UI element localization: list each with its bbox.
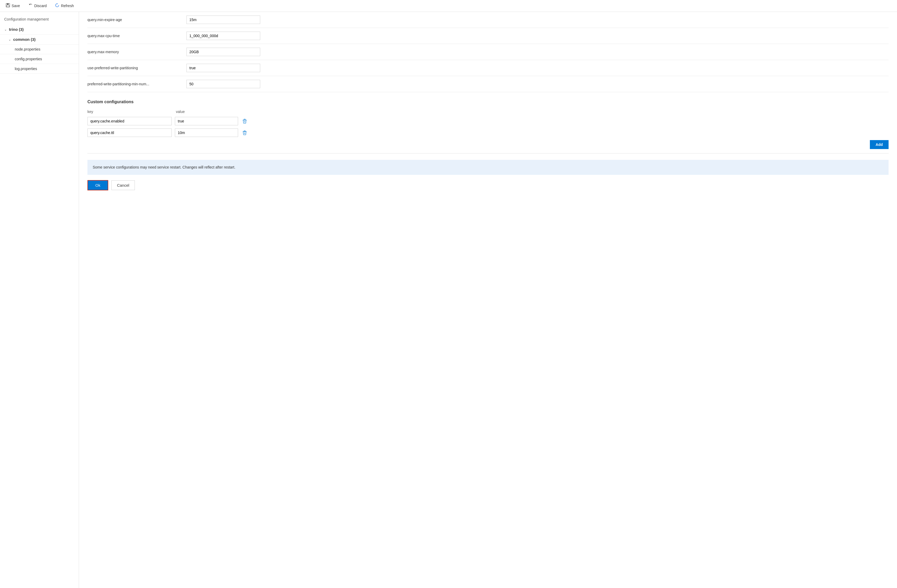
config-value-field — [187, 32, 260, 40]
save-button[interactable]: Save — [4, 2, 21, 9]
custom-entries — [87, 117, 889, 137]
custom-key-input[interactable] — [87, 117, 172, 126]
refresh-label: Refresh — [61, 4, 74, 8]
content-panel: query.min-expire-age query.max-cpu-time … — [79, 12, 897, 588]
ok-button[interactable]: Ok — [87, 180, 108, 190]
custom-configurations-section: Custom configurations key value — [87, 100, 889, 153]
config-row: preferred-write-partitioning-min-num... — [87, 76, 889, 92]
config-value-field — [187, 15, 260, 24]
main-layout: Configuration management ⌄ trino (3) ⌄ c… — [0, 12, 897, 588]
tree-item-trino[interactable]: ⌄ trino (3) — [0, 24, 79, 35]
config-value-input[interactable] — [187, 80, 260, 88]
config-row: query.min-expire-age — [87, 12, 889, 28]
custom-value-input[interactable] — [175, 117, 238, 126]
cancel-button[interactable]: Cancel — [112, 181, 135, 190]
svg-rect-2 — [6, 5, 9, 7]
custom-key-input[interactable] — [87, 129, 172, 137]
custom-columns-header: key value — [87, 110, 889, 114]
add-row: Add — [87, 140, 889, 153]
tree-root-label: trino (3) — [9, 27, 24, 32]
config-value-input[interactable] — [187, 47, 260, 56]
config-key-label: use-preferred-write-partitioning — [87, 66, 182, 70]
node-properties-label: node.properties — [15, 47, 40, 51]
custom-value-input[interactable] — [175, 129, 238, 137]
discard-label: Discard — [34, 4, 47, 8]
custom-entry — [87, 117, 889, 126]
delete-entry-button[interactable] — [241, 118, 248, 124]
col-header-key: key — [87, 110, 172, 114]
tree-child-label: common (3) — [13, 37, 35, 41]
config-row: use-preferred-write-partitioning — [87, 60, 889, 76]
refresh-button[interactable]: Refresh — [54, 2, 75, 9]
config-row: query.max-cpu-time — [87, 28, 889, 44]
refresh-icon — [55, 3, 59, 8]
config-value-field — [187, 47, 260, 56]
chevron-down-icon: ⌄ — [8, 38, 11, 41]
config-key-label: query.max-memory — [87, 50, 182, 54]
add-button[interactable]: Add — [870, 140, 889, 149]
col-header-value: value — [176, 110, 239, 114]
config-value-field — [187, 64, 260, 72]
chevron-down-icon: ⌄ — [4, 28, 7, 31]
tree-item-node-properties[interactable]: node.properties — [0, 44, 79, 54]
tree-item-config-properties[interactable]: config.properties — [0, 54, 79, 64]
save-label: Save — [12, 4, 20, 8]
config-value-input[interactable] — [187, 64, 260, 72]
custom-entry — [87, 129, 889, 137]
config-value-input[interactable] — [187, 32, 260, 40]
tree-item-common[interactable]: ⌄ common (3) — [0, 35, 79, 44]
svg-rect-1 — [7, 3, 9, 5]
config-key-label: query.min-expire-age — [87, 18, 182, 22]
save-icon — [6, 3, 10, 8]
config-key-label: preferred-write-partitioning-min-num... — [87, 82, 182, 86]
config-key-label: query.max-cpu-time — [87, 34, 182, 38]
config-rows: query.min-expire-age query.max-cpu-time … — [87, 12, 889, 92]
sidebar: Configuration management ⌄ trino (3) ⌄ c… — [0, 12, 79, 588]
discard-icon — [28, 3, 33, 8]
toolbar: Save Discard Refresh — [0, 0, 897, 12]
log-properties-label: log.properties — [15, 67, 37, 71]
info-message: Some service configurations may need ser… — [87, 160, 889, 175]
config-value-field — [187, 80, 260, 88]
custom-section-title: Custom configurations — [87, 100, 889, 104]
discard-button[interactable]: Discard — [27, 2, 48, 9]
config-properties-label: config.properties — [15, 57, 42, 61]
sidebar-title: Configuration management — [0, 14, 79, 24]
config-row: query.max-memory — [87, 44, 889, 60]
dialog-buttons: Ok Cancel — [87, 180, 889, 190]
tree-item-log-properties[interactable]: log.properties — [0, 64, 79, 74]
config-value-input[interactable] — [187, 15, 260, 24]
delete-entry-button[interactable] — [241, 129, 248, 136]
